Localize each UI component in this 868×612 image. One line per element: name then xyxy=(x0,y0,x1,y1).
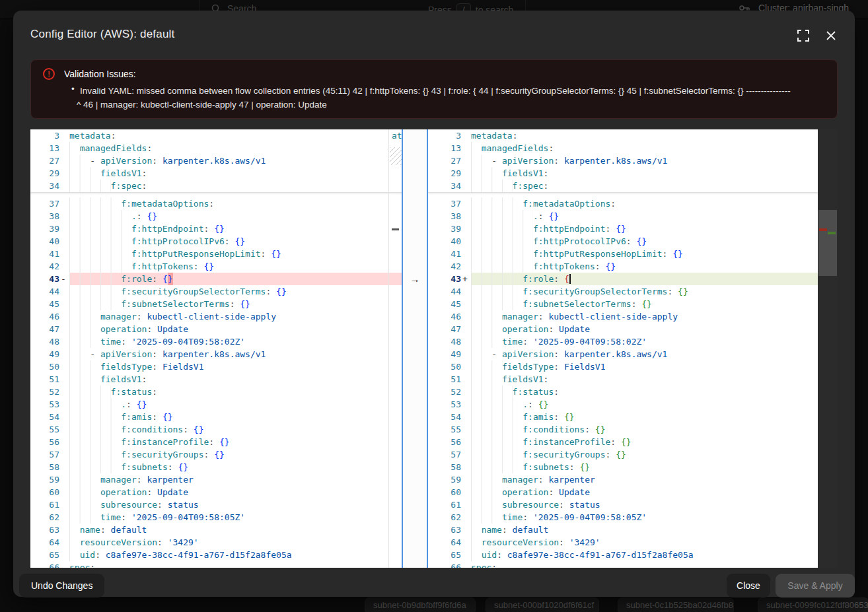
code-line[interactable]: 53.: {} xyxy=(30,398,402,411)
code-line[interactable]: 52f:status: xyxy=(428,386,818,398)
code-line[interactable]: 43+f:role: { xyxy=(428,273,818,285)
code-line[interactable]: 38.: {} xyxy=(428,210,818,222)
code-line[interactable]: 51fieldsV1: xyxy=(428,373,818,386)
line-number: 60 xyxy=(30,486,59,498)
validation-banner: ! Validation Issues: • Invalid YAML: mis… xyxy=(30,59,838,119)
code-line[interactable]: 56f:instanceProfile: {} xyxy=(428,436,818,448)
diff-sash[interactable]: → xyxy=(402,129,428,568)
line-number: 49 xyxy=(428,348,461,360)
code-line[interactable]: 53.: {} xyxy=(428,398,818,411)
expand-button[interactable] xyxy=(794,26,813,45)
sticky-separator xyxy=(428,192,818,197)
error-icon: ! xyxy=(43,68,55,80)
line-number: 39 xyxy=(30,222,59,235)
code-line[interactable]: 59manager: karpenter xyxy=(30,473,402,486)
code-line[interactable]: 13managedFields: xyxy=(30,142,402,154)
code-line[interactable]: 37f:metadataOptions: xyxy=(428,197,818,210)
code-line[interactable]: 29fieldsV1: xyxy=(428,167,818,180)
code-line[interactable]: 42f:httpTokens: {} xyxy=(428,260,818,273)
code-line[interactable]: 48time: '2025-09-04T09:58:02Z' xyxy=(30,335,402,348)
code-line[interactable]: 38.: {} xyxy=(30,210,402,222)
code-line[interactable]: 58f:subnets: {} xyxy=(428,461,818,473)
code-line[interactable]: 66spec: xyxy=(30,561,402,568)
code-line[interactable]: 41f:httpPutResponseHopLimit: {} xyxy=(428,248,818,260)
code-line[interactable]: 63name: default xyxy=(428,524,818,536)
code-line[interactable]: 27- apiVersion: karpenter.k8s.aws/v1 xyxy=(428,154,818,167)
code-line[interactable]: 49- apiVersion: karpenter.k8s.aws/v1 xyxy=(428,348,818,360)
code-line[interactable]: 49- apiVersion: karpenter.k8s.aws/v1 xyxy=(30,348,402,360)
code-line[interactable]: 34f:spec: xyxy=(428,180,818,192)
code-line[interactable]: 37f:metadataOptions: xyxy=(30,197,402,210)
code-line[interactable]: 45f:subnetSelectorTerms: {} xyxy=(428,298,818,310)
code-line[interactable]: 46manager: kubectl-client-side-apply xyxy=(30,310,402,323)
code-line[interactable]: 57f:securityGroups: {} xyxy=(428,448,818,461)
code-line[interactable]: 65uid: c8afe97e-38cc-4f91-a767-d15f2a8fe… xyxy=(428,549,818,561)
code-line[interactable]: 40f:httpProtocolIPv6: {} xyxy=(428,235,818,248)
code-line[interactable]: 57f:securityGroups: {} xyxy=(30,448,402,461)
line-number: 61 xyxy=(30,498,59,511)
modified-pane[interactable]: 3metadata:13managedFields:27- apiVersion… xyxy=(428,129,818,568)
code-line[interactable]: 60operation: Update xyxy=(428,486,818,498)
code-line[interactable]: 39f:httpEndpoint: {} xyxy=(30,222,402,235)
code-line[interactable]: 62time: '2025-09-04T09:58:05Z' xyxy=(428,511,818,524)
code-line[interactable]: 64resourceVersion: '3429' xyxy=(30,536,402,549)
code-line[interactable]: 44f:securityGroupSelectorTerms: {} xyxy=(30,285,402,298)
line-number: 47 xyxy=(30,323,59,335)
close-button[interactable] xyxy=(822,26,840,45)
scrollbar-track[interactable] xyxy=(818,129,838,568)
code-line[interactable]: 65uid: c8afe97e-38cc-4f91-a767-d15f2a8fe… xyxy=(30,549,402,561)
code-line[interactable]: 3metadata: xyxy=(30,129,402,142)
code-line[interactable]: 52f:status: xyxy=(30,386,402,398)
code-line[interactable]: 48time: '2025-09-04T09:58:02Z' xyxy=(428,335,818,348)
line-number: 34 xyxy=(30,180,59,192)
original-pane[interactable]: at 3metadata:13managedFields:27- apiVers… xyxy=(30,129,402,568)
left-pane-ruler-edge xyxy=(388,129,389,568)
code-line[interactable]: 42f:httpTokens: {} xyxy=(30,260,402,273)
line-number: 43 xyxy=(30,273,59,285)
code-line[interactable]: 55f:conditions: {} xyxy=(30,423,402,436)
code-line[interactable]: 44f:securityGroupSelectorTerms: {} xyxy=(428,285,818,298)
code-line[interactable]: 58f:subnets: {} xyxy=(30,461,402,473)
code-line[interactable]: 56f:instanceProfile: {} xyxy=(30,436,402,448)
code-line[interactable]: 61subresource: status xyxy=(428,498,818,511)
code-line[interactable]: 50fieldsType: FieldsV1 xyxy=(428,360,818,373)
line-number: 48 xyxy=(30,335,59,348)
code-line[interactable]: 54f:amis: {} xyxy=(428,411,818,423)
code-line[interactable]: 29fieldsV1: xyxy=(30,167,402,180)
code-line[interactable]: 61subresource: status xyxy=(30,498,402,511)
line-number: 13 xyxy=(428,142,461,154)
undo-changes-button[interactable]: Undo Changes xyxy=(19,574,104,597)
code-line[interactable]: 62time: '2025-09-04T09:58:05Z' xyxy=(30,511,402,524)
code-line[interactable]: 43-f:role: {} xyxy=(30,273,402,285)
code-line[interactable]: 64resourceVersion: '3429' xyxy=(428,536,818,549)
code-line[interactable]: 3metadata: xyxy=(428,129,818,142)
line-number: 66 xyxy=(30,561,59,568)
code-line[interactable]: 46manager: kubectl-client-side-apply xyxy=(428,310,818,323)
code-line[interactable]: 13managedFields: xyxy=(428,142,818,154)
code-line[interactable]: 45f:subnetSelectorTerms: {} xyxy=(30,298,402,310)
line-number: 42 xyxy=(30,260,59,273)
code-line[interactable]: 41f:httpPutResponseHopLimit: {} xyxy=(30,248,402,260)
code-line[interactable]: 63name: default xyxy=(30,524,402,536)
code-line[interactable]: 54f:amis: {} xyxy=(30,411,402,423)
code-line[interactable]: 27- apiVersion: karpenter.k8s.aws/v1 xyxy=(30,154,402,167)
code-line[interactable]: 34f:spec: xyxy=(30,180,402,192)
line-number: 47 xyxy=(428,323,461,335)
close-footer-button[interactable]: Close xyxy=(727,574,770,597)
revert-change-arrow[interactable]: → xyxy=(403,273,427,285)
code-line[interactable]: 66spec: xyxy=(428,561,818,568)
line-number: 13 xyxy=(30,142,59,154)
save-apply-button[interactable]: Save & Apply xyxy=(776,574,855,597)
scrollbar-slider[interactable] xyxy=(818,210,837,276)
code-line[interactable]: 39f:httpEndpoint: {} xyxy=(428,222,818,235)
code-line[interactable]: 47operation: Update xyxy=(30,323,402,335)
line-number: 39 xyxy=(428,222,461,235)
code-line[interactable]: 55f:conditions: {} xyxy=(428,423,818,436)
code-line[interactable]: 59manager: karpenter xyxy=(428,473,818,486)
code-line[interactable]: 51fieldsV1: xyxy=(30,373,402,386)
code-line[interactable]: 50fieldsType: FieldsV1 xyxy=(30,360,402,373)
code-line[interactable]: 60operation: Update xyxy=(30,486,402,498)
code-line[interactable]: 40f:httpProtocolIPv6: {} xyxy=(30,235,402,248)
code-line[interactable]: 47operation: Update xyxy=(428,323,818,335)
line-number: 46 xyxy=(30,310,59,323)
